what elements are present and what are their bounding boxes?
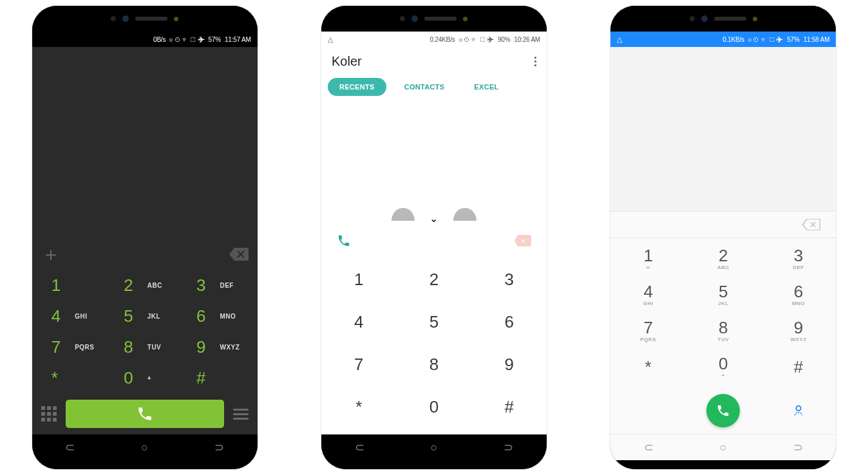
- screen: △ 0.1KB/s ⊙ ⏲ ᯤ ⬚ ✈ 57% 11:58 AM 1∞ 2ABC…: [610, 32, 836, 460]
- phone-koler-dialer: △ 0.24KB/s ⊙ ⏲ ᯤ ⬚ ✈ 90% 10:26 AM Koler …: [321, 6, 547, 469]
- status-net: 0.1KB/s: [722, 36, 744, 43]
- key-4[interactable]: 4GHI: [610, 277, 686, 313]
- key-5[interactable]: 5JKL: [686, 277, 761, 313]
- status-battery: 57%: [787, 36, 799, 43]
- key-1[interactable]: 1: [36, 270, 109, 301]
- ear-icon: [392, 208, 415, 221]
- key-0[interactable]: 0+: [686, 349, 761, 385]
- key-7[interactable]: 7PQRS: [610, 313, 686, 349]
- backspace-button[interactable]: ✕: [514, 235, 531, 247]
- nav-home-icon[interactable]: ○: [431, 441, 438, 454]
- tabs: RECENTS CONTACTS EXCEL: [321, 75, 547, 101]
- key-2[interactable]: 2ABC: [108, 270, 181, 301]
- screen: △ 0.24KB/s ⊙ ⏲ ᯤ ⬚ ✈ 90% 10:26 AM Koler …: [321, 32, 547, 460]
- phone-icon[interactable]: [337, 234, 351, 248]
- status-net: 0B/s: [153, 36, 165, 43]
- nav-recent-icon[interactable]: ⊃: [214, 440, 224, 454]
- menu-button[interactable]: [233, 409, 249, 420]
- tab-recents[interactable]: RECENTS: [328, 78, 386, 96]
- key-8[interactable]: 8TUV: [108, 331, 181, 362]
- call-button[interactable]: [706, 394, 740, 427]
- nav-recent-icon[interactable]: ⊃: [793, 440, 803, 454]
- app-body: Koler RECENTS CONTACTS EXCEL ⌄ ✕ 1: [321, 47, 547, 434]
- nav-home-icon[interactable]: ○: [720, 441, 727, 454]
- call-button[interactable]: [66, 400, 224, 428]
- chevron-down-icon[interactable]: ⌄: [429, 212, 438, 225]
- keypad: 1 2 3 4 5 6 7 8 9 * 0 #: [321, 256, 547, 434]
- nav-home-icon[interactable]: ○: [141, 441, 148, 454]
- key-6[interactable]: 6MNO: [181, 301, 254, 331]
- keypad: 1∞ 2ABC 3DEF 4GHI 5JKL 6MNO 7PQRS 8TUV 9…: [610, 238, 836, 387]
- key-5[interactable]: 5: [397, 301, 472, 343]
- key-6[interactable]: 6MNO: [761, 277, 836, 313]
- phone-light-dialer: △ 0.1KB/s ⊙ ⏲ ᯤ ⬚ ✈ 57% 11:58 AM 1∞ 2ABC…: [610, 6, 836, 469]
- key-0[interactable]: 0+: [108, 362, 181, 393]
- nav-back-icon[interactable]: ⊂: [644, 440, 654, 454]
- key-4[interactable]: 4: [321, 301, 397, 343]
- key-4[interactable]: 4GHI: [36, 301, 109, 331]
- dialer-body: ＋ 1 2ABC 3DEF 4GHI 5JKL 6MNO 7PQRS 8TUV …: [32, 47, 258, 434]
- key-2[interactable]: 2ABC: [686, 241, 761, 277]
- tab-contacts[interactable]: CONTACTS: [393, 78, 457, 96]
- bezel-top: [610, 6, 836, 32]
- key-7[interactable]: 7: [321, 343, 397, 386]
- warning-icon: △: [328, 35, 333, 44]
- key-9[interactable]: 9: [471, 343, 547, 386]
- status-icons: ⊙ ⏲ ᯤ ⬚ ✈: [748, 36, 783, 43]
- backspace-button[interactable]: [229, 248, 249, 261]
- status-battery: 57%: [209, 36, 221, 43]
- bezel-top: [32, 6, 258, 32]
- key-0[interactable]: 0: [397, 386, 472, 428]
- voicemail-icon[interactable]: [791, 404, 806, 418]
- key-star[interactable]: *: [321, 386, 397, 428]
- status-icons: ⊙ ⏲ ᯤ ⬚ ✈: [169, 36, 204, 43]
- status-bar: △ 0.24KB/s ⊙ ⏲ ᯤ ⬚ ✈ 90% 10:26 AM: [321, 32, 547, 47]
- nav-bar: ⊂ ○ ⊃: [32, 434, 258, 460]
- key-1[interactable]: 1: [321, 258, 397, 301]
- ear-icon: [453, 208, 476, 221]
- key-6[interactable]: 6: [471, 301, 547, 343]
- add-contact-button[interactable]: ＋: [41, 241, 61, 268]
- nav-bar: ⊂ ○ ⊃: [321, 434, 547, 460]
- status-time: 11:58 AM: [804, 36, 830, 43]
- warning-icon: △: [617, 35, 622, 44]
- status-bar: 0B/s ⊙ ⏲ ᯤ ⬚ ✈ 57% 11:57 AM: [32, 32, 258, 47]
- key-3[interactable]: 3DEF: [181, 270, 254, 301]
- app-title: Koler: [332, 54, 362, 69]
- key-star[interactable]: *: [36, 362, 109, 393]
- key-9[interactable]: 9WXYZ: [181, 331, 254, 362]
- key-hash[interactable]: #: [181, 362, 254, 393]
- status-bar: △ 0.1KB/s ⊙ ⏲ ᯤ ⬚ ✈ 57% 11:58 AM: [610, 32, 836, 47]
- tab-excel[interactable]: EXCEL: [462, 78, 510, 96]
- key-1[interactable]: 1∞: [610, 241, 686, 277]
- key-7[interactable]: 7PQRS: [36, 331, 109, 362]
- key-3[interactable]: 3DEF: [761, 241, 836, 277]
- status-net: 0.24KB/s: [430, 36, 455, 43]
- key-8[interactable]: 8TUV: [686, 313, 761, 349]
- status-time: 11:57 AM: [225, 36, 251, 43]
- status-icons: ⊙ ⏲ ᯤ ⬚ ✈: [459, 36, 494, 43]
- apps-grid-icon[interactable]: [41, 406, 57, 422]
- key-8[interactable]: 8: [397, 343, 472, 386]
- key-5[interactable]: 5JKL: [108, 301, 181, 331]
- screen: 0B/s ⊙ ⏲ ᯤ ⬚ ✈ 57% 11:57 AM ＋ 1 2ABC 3DE…: [32, 32, 258, 460]
- nav-bar: ⊂ ○ ⊃: [610, 434, 836, 460]
- key-hash[interactable]: #: [471, 386, 547, 428]
- number-display: [32, 47, 258, 239]
- key-3[interactable]: 3: [471, 258, 547, 301]
- nav-back-icon[interactable]: ⊂: [65, 440, 75, 454]
- nav-back-icon[interactable]: ⊂: [355, 440, 364, 454]
- nav-recent-icon[interactable]: ⊃: [504, 440, 513, 454]
- key-hash[interactable]: #: [761, 349, 836, 385]
- bezel-top: [321, 6, 547, 32]
- empty-state-illustration: ⌄: [321, 101, 547, 226]
- dialer-body: 1∞ 2ABC 3DEF 4GHI 5JKL 6MNO 7PQRS 8TUV 9…: [610, 47, 836, 434]
- backspace-button[interactable]: [802, 219, 820, 230]
- key-9[interactable]: 9WXYZ: [761, 313, 836, 349]
- more-menu-icon[interactable]: [534, 57, 536, 66]
- key-star[interactable]: *: [610, 349, 686, 385]
- number-display: [610, 47, 836, 211]
- svg-point-0: [796, 406, 800, 411]
- status-battery: 90%: [498, 36, 510, 43]
- key-2[interactable]: 2: [397, 258, 472, 301]
